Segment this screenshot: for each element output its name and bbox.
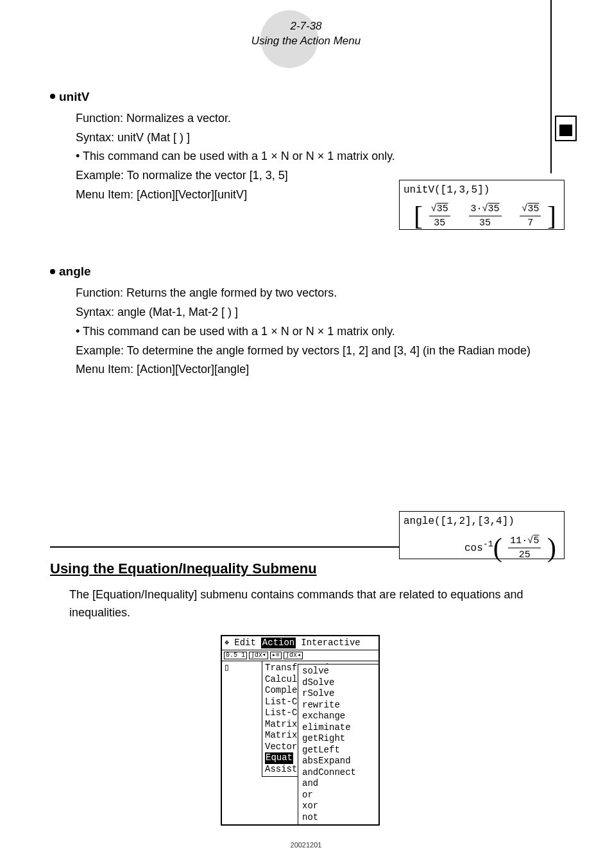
submenu-item[interactable]: dSolve — [302, 677, 375, 689]
action-item[interactable]: Assist — [265, 764, 297, 776]
action-item-selected[interactable]: Equat — [265, 752, 293, 764]
submenu-item[interactable]: not — [302, 812, 375, 824]
entry-angle: angle Function: Returns the angle formed… — [50, 265, 550, 379]
calc-screenshot-unitV: unitV([1,3,5]) [ √3535 3·√3535 √357 ] — [399, 180, 565, 230]
note-line: This command can be used with a 1 × N or… — [76, 322, 550, 342]
page-ref: 2-7-38 — [0, 19, 612, 34]
content-area: unitV Function: Normalizes a vector. Syn… — [50, 90, 550, 826]
toolbar: 0.5 1 ∫dx▾ ▸≡ ∫dx◂ — [222, 650, 378, 661]
function-line: Function: Returns the angle formed by tw… — [76, 284, 550, 303]
menubar-chevron-icon[interactable]: ❖ — [225, 638, 229, 648]
menubar-action[interactable]: Action — [261, 638, 296, 649]
submenu-item[interactable]: solve — [302, 666, 375, 677]
submenu-item[interactable]: or — [302, 790, 375, 801]
submenu-item[interactable]: andConnect — [302, 767, 375, 779]
syntax-line: Syntax: angle (Mat-1, Mat-2 [ ) ] — [76, 303, 550, 322]
section-description: The [Equation/Inequality] submenu contai… — [69, 586, 550, 622]
syntax-line: Syntax: unitV (Mat [ ) ] — [76, 128, 550, 148]
entry-body: Function: Returns the angle formed by tw… — [76, 284, 550, 379]
entry-title-angle: angle — [50, 265, 550, 279]
entry-name: unitV — [59, 90, 90, 103]
calculator-icon — [555, 116, 577, 141]
example-line: Example: To determine the angle formed b… — [76, 342, 550, 361]
note-line: This command can be used with a 1 × N or… — [76, 147, 550, 166]
calc-input: unitV([1,3,5]) — [404, 183, 560, 197]
submenu-item[interactable]: absExpand — [302, 756, 375, 767]
action-item[interactable]: Vector — [265, 742, 297, 753]
submenu-item[interactable]: rewrite — [302, 700, 375, 711]
menu-screenshot: ❖ Edit Action Interactive 0.5 1 ∫dx▾ ▸≡ … — [221, 635, 380, 826]
function-line: Function: Normalizes a vector. — [76, 109, 550, 128]
toolbar-button[interactable]: ▸≡ — [270, 652, 282, 659]
section-equation-inequality: Using the Equation/Inequality Submenu Th… — [50, 546, 550, 826]
submenu-item[interactable]: getLeft — [302, 745, 375, 756]
calc-output: [ √3535 3·√3535 √357 ] — [404, 197, 560, 235]
toolbar-button[interactable]: ∫dx▾ — [249, 652, 268, 659]
submenu-item[interactable]: getRight — [302, 733, 375, 745]
editor-cursor[interactable]: ▯ — [222, 661, 262, 777]
entry-unitV: unitV Function: Normalizes a vector. Syn… — [50, 90, 550, 204]
entry-title-unitV: unitV — [50, 90, 550, 104]
entry-name: angle — [59, 265, 91, 278]
submenu-item[interactable]: exchange — [302, 711, 375, 722]
page-header: 2-7-38 Using the Action Menu — [0, 19, 612, 49]
page-title: Using the Action Menu — [0, 34, 612, 49]
toolbar-button[interactable]: 0.5 1 — [224, 652, 247, 659]
menubar-edit[interactable]: Edit — [233, 638, 257, 649]
action-item[interactable]: Complex — [265, 685, 303, 697]
right-divider — [550, 0, 552, 173]
submenu-item[interactable]: eliminate — [302, 722, 375, 734]
submenu-item[interactable]: xor — [302, 801, 375, 812]
bullet-icon — [50, 94, 55, 99]
menubar-interactive[interactable]: Interactive — [300, 638, 361, 649]
calc-output: cos-1( 11·√525 ) — [404, 529, 560, 567]
calc-screenshot-angle: angle([1,2],[3,4]) cos-1( 11·√525 ) — [399, 511, 565, 559]
equation-submenu: solve dSolve rSolve rewrite exchange eli… — [298, 664, 378, 824]
submenu-item[interactable]: rSolve — [302, 688, 375, 700]
submenu-item[interactable]: and — [302, 778, 375, 790]
calc-input: angle([1,2],[3,4]) — [404, 514, 560, 528]
menu-line: Menu Item: [Action][Vector][angle] — [76, 360, 550, 379]
bullet-icon — [50, 269, 55, 274]
toolbar-button[interactable]: ∫dx◂ — [284, 652, 303, 659]
footer-code: 20021201 — [0, 841, 612, 849]
menubar: ❖ Edit Action Interactive — [222, 636, 378, 651]
